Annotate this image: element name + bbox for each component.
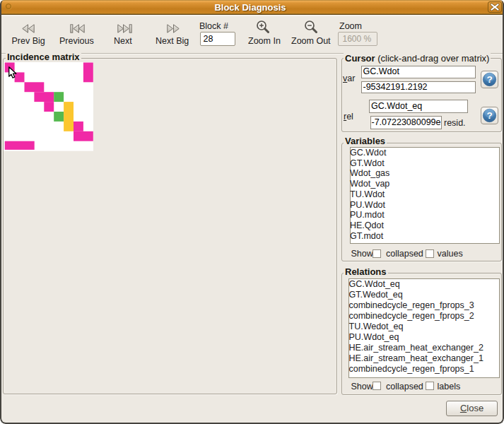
svg-text:?: ?	[486, 74, 492, 85]
svg-text:?: ?	[486, 110, 492, 121]
